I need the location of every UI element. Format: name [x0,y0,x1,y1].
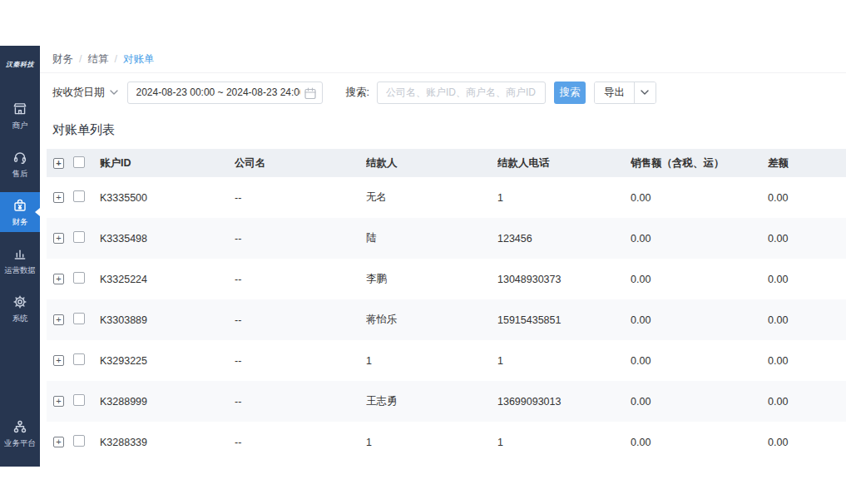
table-row: + K3325224 -- 李鹏 13048930373 0.00 0.00 [47,259,846,299]
row-checkbox[interactable] [73,394,85,406]
column-header-payee: 结款人 [366,156,497,170]
cell-payee-phone: 1 [497,355,631,367]
row-expand-button[interactable]: + [53,274,64,284]
cell-difference: 0.00 [768,192,846,204]
cell-payee-phone: 15915435851 [497,314,631,326]
calendar-icon [304,87,316,100]
sidebar-item-label: 业务平台 [4,437,36,448]
cell-account-id: K3303889 [100,314,235,326]
sidebar-item-label: 系统 [12,313,28,324]
chevron-down-icon [641,90,649,96]
table-row: + K3335498 -- 陆 123456 0.00 0.00 [47,218,846,259]
sidebar-item-label: 财务 [12,216,28,227]
cell-sales: 0.00 [631,396,768,408]
cell-difference: 0.00 [768,437,846,448]
cell-sales: 0.00 [631,192,768,204]
export-button[interactable]: 导出 [595,82,634,103]
row-expand-button[interactable]: + [53,437,64,447]
cell-account-id: K3335498 [100,233,235,245]
row-checkbox[interactable] [73,353,85,365]
breadcrumb-settlement[interactable]: 结算 [87,52,108,67]
search-input[interactable] [377,82,546,104]
row-checkbox[interactable] [73,190,85,202]
row-checkbox[interactable] [73,313,85,324]
sidebar-item-aftersales[interactable]: 售后 [0,144,40,184]
sitemap-icon [12,418,28,435]
row-expand-button[interactable]: + [53,192,64,203]
cell-payee: 蒋怡乐 [366,313,497,327]
search-label: 搜索: [346,86,369,100]
expand-all-button[interactable]: + [53,158,64,169]
gear-icon [12,294,28,310]
cell-company: -- [235,192,366,204]
export-dropdown-button[interactable] [634,82,656,103]
cell-difference: 0.00 [768,274,846,285]
cell-payee: 1 [366,437,497,448]
cell-payee-phone: 13699093013 [497,396,631,408]
table-row: + K3293225 -- 1 1 0.00 0.00 [47,340,846,381]
cell-sales: 0.00 [631,314,768,326]
select-all-checkbox[interactable] [73,156,85,168]
row-expand-button[interactable]: + [53,396,64,407]
cell-company: -- [235,233,366,245]
cell-difference: 0.00 [768,355,846,367]
sidebar-item-system[interactable]: 系统 [0,289,40,329]
cell-company: -- [235,314,366,326]
column-header-payee-phone: 结款人电话 [497,156,631,170]
cell-sales: 0.00 [631,233,768,245]
cell-company: -- [235,355,366,367]
date-type-select[interactable]: 按收货日期 [52,86,118,100]
cell-payee-phone: 13048930373 [497,274,631,285]
sidebar-item-merchant[interactable]: 商户 [0,96,40,136]
column-header-difference: 差额 [768,156,846,170]
sidebar-item-label: 售后 [12,168,28,179]
date-type-label: 按收货日期 [52,86,105,100]
bar-chart-icon [12,245,28,262]
statements-table: + 账户ID 公司名 结款人 结款人电话 销售额（含税、运） 差额 + K333… [47,149,846,462]
cell-account-id: K3293225 [100,355,235,367]
cell-company: -- [235,396,366,408]
cell-payee: 陆 [366,231,497,245]
table-row: + K3288339 -- 1 1 0.00 0.00 [47,422,846,462]
breadcrumb-finance[interactable]: 财务 [52,52,73,67]
search-button[interactable]: 搜索 [554,82,586,104]
cell-company: -- [235,274,366,285]
row-checkbox[interactable] [73,231,85,243]
sidebar: 汉秦科技 商户 售后 财务 [0,46,40,467]
cell-account-id: K3325224 [100,274,235,285]
cell-payee: 无名 [366,190,497,205]
table-row: + K3288999 -- 王志勇 13699093013 0.00 0.00 [47,381,846,422]
cell-company: -- [235,437,366,448]
cell-payee-phone: 1 [497,192,631,204]
brand-logo-text: 汉秦科技 [6,60,34,69]
row-expand-button[interactable]: + [53,355,64,366]
cell-account-id: K3288999 [100,396,235,408]
breadcrumb-statement[interactable]: 对账单 [123,52,155,67]
breadcrumb-separator: / [79,53,82,65]
cell-account-id: K3335500 [100,192,235,204]
column-header-account-id: 账户ID [100,156,235,170]
cell-difference: 0.00 [768,396,846,408]
column-header-sales: 销售额（含税、运） [631,156,768,170]
sidebar-item-finance[interactable]: 财务 [0,192,40,232]
row-expand-button[interactable]: + [53,314,64,325]
cell-sales: 0.00 [631,355,768,367]
sidebar-item-label: 商户 [12,120,28,131]
cell-payee: 1 [366,355,497,367]
cashbox-icon [12,197,28,214]
row-checkbox[interactable] [73,435,85,447]
date-range-input[interactable] [128,86,322,98]
cell-difference: 0.00 [768,314,846,326]
cell-account-id: K3288339 [100,437,235,448]
export-split-button: 导出 [594,82,656,104]
table-row: + K3303889 -- 蒋怡乐 15915435851 0.00 0.00 [47,299,846,340]
sidebar-item-operations-data[interactable]: 运营数据 [0,240,40,280]
row-checkbox[interactable] [73,272,85,284]
headset-icon [12,149,28,166]
date-range-picker[interactable] [127,82,323,104]
cell-payee-phone: 1 [497,437,631,448]
sidebar-nav: 商户 售后 财务 [0,96,40,462]
sidebar-item-business-platform[interactable]: 业务平台 [0,413,40,453]
store-icon [12,101,28,117]
row-expand-button[interactable]: + [53,233,64,244]
